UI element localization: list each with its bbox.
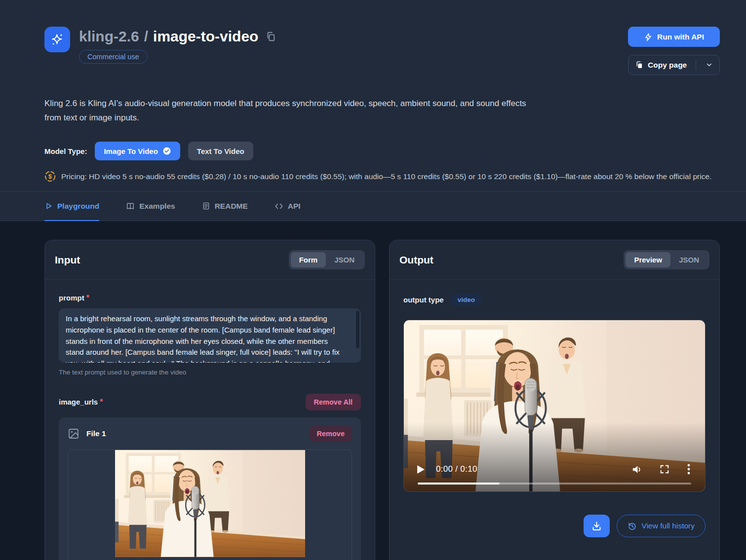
model-description: Kling 2.6 is Kling AI’s audio-visual gen… (44, 97, 543, 125)
play-outline-icon (44, 202, 53, 210)
tab-api[interactable]: API (275, 191, 301, 221)
download-button[interactable] (584, 515, 610, 537)
output-panel-title: Output (399, 254, 433, 266)
input-view-toggle: Form JSON (289, 250, 365, 269)
prompt-input[interactable]: In a bright rehearsal room, sunlight str… (59, 308, 361, 363)
tab-bar: Playground Examples README API (0, 191, 746, 221)
tab-readme[interactable]: README (202, 191, 248, 221)
copy-page-label: Copy page (648, 61, 687, 70)
output-view-preview[interactable]: Preview (626, 252, 670, 267)
tab-examples-label: Examples (139, 202, 175, 211)
required-marker: * (100, 398, 103, 406)
video-progress-bar[interactable] (418, 483, 691, 485)
lightning-icon (644, 33, 653, 41)
view-full-history-button[interactable]: View full history (617, 515, 706, 537)
copy-page-icon (635, 61, 643, 69)
output-type-badge: video (451, 294, 482, 306)
chevron-down-icon[interactable] (706, 61, 713, 69)
volume-button[interactable] (631, 464, 642, 475)
remove-file-button[interactable]: Remove (310, 426, 352, 442)
output-view-json[interactable]: JSON (670, 252, 707, 267)
download-icon (591, 521, 602, 531)
run-with-api-label: Run with API (657, 33, 704, 41)
book-icon (126, 202, 135, 211)
sparkle-icon (49, 31, 66, 48)
model-hero: kling-2.6 / image-to-video Commercial us… (0, 0, 746, 191)
model-name: image-to-video (153, 27, 258, 46)
video-progress-played (418, 483, 500, 485)
coin-dollar-icon: $ (44, 171, 56, 182)
output-panel: Output Preview JSON output type video (389, 240, 720, 560)
tab-readme-label: README (215, 202, 248, 211)
input-view-form[interactable]: Form (291, 252, 326, 267)
history-icon (628, 522, 637, 531)
tab-playground-label: Playground (57, 202, 99, 211)
pricing-text: Pricing: HD video 5 s no-audio 55 credit… (61, 172, 711, 181)
input-view-json[interactable]: JSON (326, 252, 363, 267)
model-logo (44, 27, 70, 52)
output-type-label: output type (403, 296, 444, 304)
prompt-value: In a bright rehearsal room, sunlight str… (66, 314, 340, 363)
file-card: File 1 Remove (59, 417, 361, 560)
copy-title-button[interactable] (265, 31, 276, 42)
input-panel: Input Form JSON prompt* In a bright rehe… (44, 240, 375, 560)
image-urls-label: image_urls (59, 398, 98, 406)
copy-page-button[interactable]: Copy page (628, 55, 720, 75)
model-owner: kling-2.6 (79, 27, 139, 46)
tab-examples[interactable]: Examples (126, 191, 175, 221)
prompt-label: prompt (59, 294, 84, 302)
fullscreen-button[interactable] (660, 464, 669, 474)
video-menu-button[interactable] (687, 464, 690, 475)
model-type-text-to-video[interactable]: Text To Video (188, 142, 253, 160)
output-view-toggle: Preview JSON (624, 250, 709, 269)
prompt-scrollbar[interactable] (356, 311, 359, 348)
code-icon (275, 202, 283, 211)
model-type-label: Model Type: (44, 147, 87, 155)
file-name: File 1 (86, 429, 106, 438)
title-separator: / (144, 27, 148, 46)
file-image-container (68, 449, 352, 560)
model-type-label-selected: Image To Video (104, 147, 157, 155)
license-badge[interactable]: Commercial use (79, 50, 148, 64)
required-marker: * (86, 294, 89, 302)
view-full-history-label: View full history (642, 522, 695, 530)
video-controls-shade (404, 422, 705, 491)
play-button[interactable] (417, 465, 425, 474)
tab-playground[interactable]: Playground (44, 191, 99, 221)
remove-all-button[interactable]: Remove All (306, 394, 361, 411)
image-icon (68, 428, 79, 440)
page-title: kling-2.6 / image-to-video (79, 27, 276, 46)
document-icon (202, 202, 210, 210)
run-with-api-button[interactable]: Run with API (628, 27, 720, 47)
model-type-label-unselected: Text To Video (197, 147, 244, 155)
svg-text:$: $ (48, 173, 52, 180)
copy-icon (265, 31, 276, 42)
prompt-helper-text: The text prompt used to generate the vid… (59, 369, 361, 376)
check-circle-icon (162, 147, 171, 155)
input-panel-title: Input (55, 254, 80, 266)
button-divider (696, 60, 696, 71)
video-player[interactable]: 0:00 / 0:10 (403, 320, 706, 492)
input-image-preview[interactable] (115, 450, 305, 557)
video-time-display: 0:00 / 0:10 (436, 464, 477, 474)
model-type-image-to-video[interactable]: Image To Video (95, 142, 180, 160)
tab-api-label: API (288, 202, 301, 211)
